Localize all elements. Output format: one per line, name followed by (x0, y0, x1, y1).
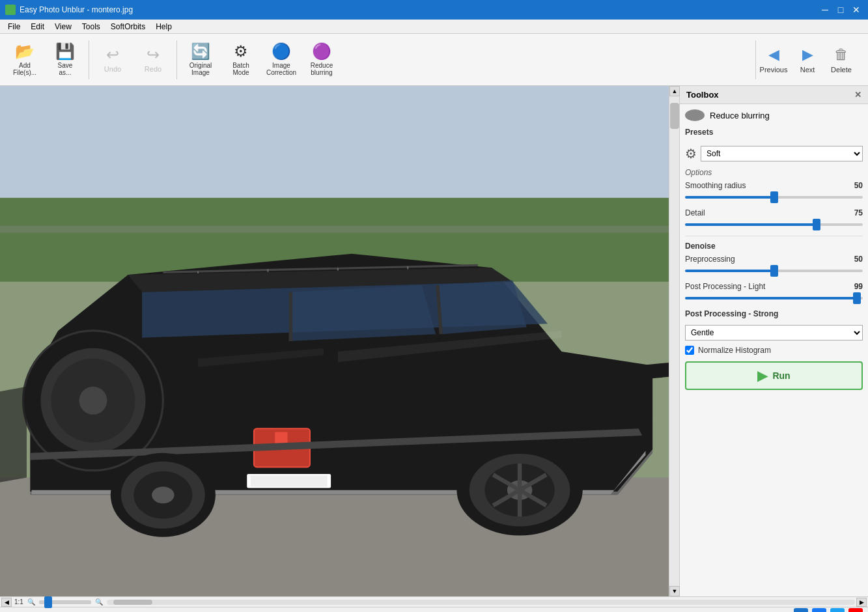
normalize-histogram-row: Normalize Histogram (685, 346, 863, 355)
toolbar-sep-2 (176, 40, 177, 79)
run-button[interactable]: ▶ Run (685, 361, 863, 390)
delete-button[interactable]: 🗑 Delete (825, 37, 858, 83)
undo-label: Undo (104, 65, 121, 73)
scroll-right-arrow[interactable]: ▶ (856, 598, 867, 607)
presets-row: Presets (685, 128, 863, 139)
add-files-label: Add File(s)... (13, 62, 36, 76)
menu-edit[interactable]: Edit (25, 21, 49, 33)
youtube-icon[interactable]: ▶ (848, 608, 863, 613)
twitter-icon[interactable]: t (830, 608, 845, 613)
previous-button[interactable]: ◀ Previous (757, 37, 790, 83)
post-processing-light-value: 99 (847, 282, 863, 291)
zoom-indicator: 1:1 (14, 598, 23, 605)
menu-view[interactable]: View (49, 21, 77, 33)
svg-rect-32 (0, 226, 669, 233)
social-links: i f t ▶ (794, 608, 863, 613)
scroll-track-vertical[interactable] (669, 96, 679, 586)
menu-file[interactable]: File (3, 21, 25, 33)
original-image-icon: 🔄 (191, 44, 210, 59)
toolbox-header: Toolbox ✕ (680, 86, 868, 104)
svg-point-28 (152, 486, 174, 503)
car-image (0, 86, 669, 596)
next-label: Next (800, 66, 815, 74)
post-processing-light-group: Post Processing - Light 99 (685, 282, 863, 301)
maximize-button[interactable]: □ (834, 3, 847, 16)
scroll-down-arrow[interactable]: ▼ (669, 586, 680, 596)
minimize-button[interactable]: ─ (819, 3, 832, 16)
toolbox-content: Reduce blurring Presets ⚙ Soft Medium Ha… (680, 104, 868, 596)
presets-dropdown[interactable]: Soft Medium Hard Custom (701, 146, 863, 161)
redo-button[interactable]: ↪ Redo (133, 37, 173, 83)
run-label: Run (772, 370, 790, 381)
vertical-scrollbar[interactable]: ▲ ▼ (669, 86, 679, 596)
zoom-icon-plus[interactable]: 🔍 (95, 598, 103, 605)
scroll-up-arrow[interactable]: ▲ (669, 86, 680, 96)
smoothing-radius-label: Smoothing radius (685, 181, 746, 190)
scroll-left-arrow[interactable]: ◀ (1, 598, 12, 607)
original-image-label: Original Image (189, 62, 212, 76)
redo-label: Redo (145, 65, 161, 73)
detail-value: 75 (847, 208, 863, 217)
preprocessing-label: Preprocessing (685, 255, 735, 264)
scroll-thumb-vertical[interactable] (670, 103, 679, 129)
normalize-histogram-label[interactable]: Normalize Histogram (698, 346, 771, 355)
post-processing-light-label: Post Processing - Light (685, 282, 765, 291)
main-area: ▲ ▼ Toolbox ✕ Reduce blurring Presets ⚙ (0, 86, 868, 596)
preprocessing-value: 50 (847, 255, 863, 264)
facebook-icon[interactable]: f (812, 608, 826, 613)
presets-label: Presets (685, 128, 713, 137)
denoise-label: Denoise (685, 242, 863, 251)
zoom-slider[interactable] (39, 600, 91, 604)
previous-icon: ◀ (768, 46, 779, 63)
batch-mode-label: Batch Mode (232, 62, 249, 76)
window-controls: ─ □ ✕ (819, 3, 863, 16)
preprocessing-slider[interactable] (685, 270, 863, 272)
next-button[interactable]: ▶ Next (791, 37, 824, 83)
svg-point-12 (79, 387, 107, 415)
smoothing-radius-slider[interactable] (685, 196, 863, 199)
toolbar-sep-1 (89, 40, 89, 79)
batch-mode-icon: ⚙ (234, 44, 248, 59)
detail-slider[interactable] (685, 223, 863, 226)
image-correction-icon: 🔵 (272, 44, 291, 59)
reduce-blurring-button[interactable]: 🟣 Reduce blurring (302, 37, 341, 83)
save-as-label: Save as... (58, 62, 73, 76)
close-button[interactable]: ✕ (850, 3, 863, 16)
previous-label: Previous (760, 66, 788, 74)
smoothing-radius-value: 50 (847, 181, 863, 190)
app-icon (5, 5, 16, 15)
scroll-track-horizontal[interactable] (107, 600, 855, 605)
undo-icon: ↩ (106, 47, 119, 63)
save-as-button[interactable]: 💾 Save as... (46, 37, 85, 83)
menu-tools[interactable]: Tools (77, 21, 105, 33)
delete-label: Delete (831, 66, 852, 74)
menu-softorbits[interactable]: SoftOrbits (105, 21, 150, 33)
zoom-icon-minus[interactable]: 🔍 (27, 598, 35, 605)
options-label: Options (685, 168, 863, 177)
add-files-icon: 📂 (15, 44, 35, 59)
image-view[interactable] (0, 86, 669, 596)
scroll-thumb-horizontal[interactable] (113, 600, 152, 605)
svg-rect-30 (251, 475, 328, 486)
reduce-blurring-label: Reduce blurring (311, 62, 333, 76)
info-icon[interactable]: i (794, 608, 808, 613)
title-bar: Easy Photo Unblur - montero.jpg ─ □ ✕ (0, 0, 868, 20)
toolbox-close-button[interactable]: ✕ (854, 90, 861, 100)
toolbox-panel: Toolbox ✕ Reduce blurring Presets ⚙ Soft… (679, 86, 868, 596)
normalize-histogram-checkbox[interactable] (685, 346, 694, 355)
nav-area: ◀ Previous ▶ Next 🗑 Delete (757, 37, 858, 83)
toolbar-sep-nav (755, 40, 756, 79)
post-processing-strong-dropdown[interactable]: Gentle Medium Strong (685, 325, 863, 341)
save-as-icon: 💾 (55, 44, 75, 59)
post-processing-light-slider[interactable] (685, 297, 863, 299)
undo-button[interactable]: ↩ Undo (93, 37, 132, 83)
batch-mode-button[interactable]: ⚙ Batch Mode (221, 37, 260, 83)
menu-help[interactable]: Help (150, 21, 177, 33)
preprocessing-group: Preprocessing 50 (685, 255, 863, 274)
add-files-button[interactable]: 📂 Add File(s)... (5, 37, 44, 83)
original-image-button[interactable]: 🔄 Original Image (181, 37, 220, 83)
presets-icon: ⚙ (685, 146, 697, 161)
detail-label: Detail (685, 208, 705, 217)
image-correction-button[interactable]: 🔵 Image Correction (262, 37, 301, 83)
detail-group: Detail 75 (685, 208, 863, 228)
